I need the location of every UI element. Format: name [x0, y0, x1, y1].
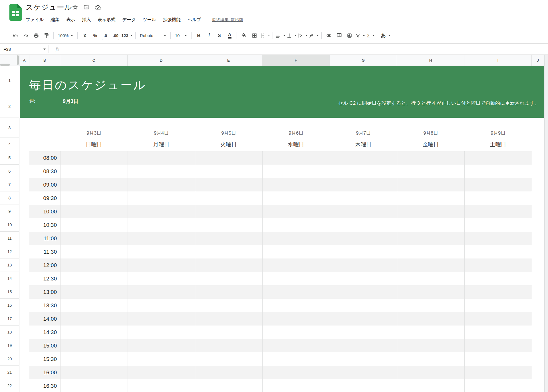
- column-header-E[interactable]: E: [195, 55, 262, 66]
- time-cell-B13[interactable]: 12:00: [29, 258, 60, 272]
- font-size-dropdown[interactable]: 10: [173, 31, 189, 41]
- row-header-2[interactable]: 2: [0, 95, 19, 118]
- insert-comment-button[interactable]: [334, 31, 344, 41]
- row-header-9[interactable]: 9: [0, 205, 19, 218]
- column-header-C[interactable]: C: [60, 55, 128, 66]
- text-rotation-dropdown[interactable]: [308, 31, 319, 41]
- number-format-dropdown[interactable]: 123: [121, 31, 133, 41]
- sheets-logo[interactable]: [9, 4, 22, 21]
- italic-button[interactable]: I: [204, 31, 214, 41]
- date-cell-E3[interactable]: 9月5日: [195, 118, 262, 138]
- time-cell-B16[interactable]: 13:30: [29, 299, 60, 312]
- row-header-4[interactable]: 4: [0, 138, 19, 151]
- menu-item-9[interactable]: ヘルプ: [184, 16, 205, 24]
- row-header-16[interactable]: 16: [0, 299, 19, 312]
- functions-dropdown[interactable]: Σ: [366, 31, 376, 41]
- row-header-11[interactable]: 11: [0, 232, 19, 245]
- undo-button[interactable]: [10, 31, 21, 41]
- time-cell-B12[interactable]: 11:30: [29, 245, 60, 258]
- document-title[interactable]: スケジュール: [26, 2, 72, 12]
- time-cell-B5[interactable]: 08:00: [29, 151, 60, 165]
- menu-item-1[interactable]: ファイル: [22, 16, 47, 24]
- column-header-J[interactable]: J: [532, 55, 544, 66]
- row-header-8[interactable]: 8: [0, 191, 19, 205]
- date-cell-C3[interactable]: 9月3日: [60, 118, 128, 138]
- column-header-B[interactable]: B: [29, 55, 60, 66]
- row-header-21[interactable]: 21: [0, 366, 19, 379]
- decrease-decimals-button[interactable]: .0: [100, 31, 110, 41]
- time-cell-B21[interactable]: 16:00: [29, 366, 60, 379]
- column-header-D[interactable]: D: [128, 55, 195, 66]
- date-cell-H3[interactable]: 9月8日: [397, 118, 464, 138]
- zoom-dropdown[interactable]: 100%: [56, 31, 75, 41]
- row-freeze-handle[interactable]: [0, 64, 10, 66]
- vertical-align-dropdown[interactable]: [286, 31, 297, 41]
- menu-item-3[interactable]: 表示: [63, 16, 78, 24]
- day-cell-H4[interactable]: 金曜日: [397, 138, 464, 151]
- row-header-17[interactable]: 17: [0, 312, 19, 326]
- star-icon[interactable]: [71, 3, 79, 11]
- time-cell-B9[interactable]: 10:00: [29, 205, 60, 218]
- input-tools-dropdown[interactable]: あ: [380, 31, 391, 41]
- row-header-10[interactable]: 10: [0, 218, 19, 232]
- time-cell-B20[interactable]: 15:30: [29, 352, 60, 366]
- vertical-scrollbar[interactable]: [544, 55, 548, 392]
- time-cell-B19[interactable]: 15:00: [29, 339, 60, 352]
- menu-item-6[interactable]: データ: [119, 16, 139, 24]
- print-button[interactable]: [31, 31, 41, 41]
- insert-link-button[interactable]: [324, 31, 334, 41]
- row-header-5[interactable]: 5: [0, 151, 19, 165]
- day-cell-F4[interactable]: 水曜日: [262, 138, 330, 151]
- row-header-12[interactable]: 12: [0, 245, 19, 258]
- menu-item-2[interactable]: 編集: [47, 16, 63, 24]
- time-cell-B8[interactable]: 09:30: [29, 191, 60, 205]
- row-header-1[interactable]: 1: [0, 66, 19, 95]
- menu-item-7[interactable]: ツール: [139, 16, 160, 24]
- day-cell-C4[interactable]: 日曜日: [60, 138, 128, 151]
- column-header-H[interactable]: H: [397, 55, 464, 66]
- column-header-G[interactable]: G: [330, 55, 397, 66]
- time-cell-B11[interactable]: 11:00: [29, 232, 60, 245]
- time-cell-B18[interactable]: 14:30: [29, 326, 60, 339]
- formula-input[interactable]: [66, 44, 548, 54]
- row-header-19[interactable]: 19: [0, 339, 19, 352]
- column-header-I[interactable]: I: [464, 55, 532, 66]
- filter-dropdown[interactable]: [354, 31, 366, 41]
- row-header-18[interactable]: 18: [0, 326, 19, 339]
- banner-cell[interactable]: 毎日のスケジュール 週: 9月3日 セル C2 に開始日を設定すると、行 3 と…: [20, 66, 544, 118]
- percent-format-button[interactable]: %: [90, 31, 100, 41]
- column-header-A[interactable]: A: [19, 55, 29, 66]
- menu-item-8[interactable]: 拡張機能: [160, 16, 184, 24]
- row-header-14[interactable]: 14: [0, 272, 19, 285]
- menu-item-5[interactable]: 表示形式: [94, 16, 119, 24]
- font-name-dropdown[interactable]: Roboto: [138, 31, 168, 41]
- row-header-6[interactable]: 6: [0, 165, 19, 178]
- borders-button[interactable]: [249, 31, 259, 41]
- horizontal-align-dropdown[interactable]: [275, 31, 286, 41]
- text-color-button[interactable]: A: [224, 31, 235, 41]
- date-cell-F3[interactable]: 9月6日: [262, 118, 330, 138]
- date-cell-I3[interactable]: 9月9日: [464, 118, 532, 138]
- column-freeze-handle[interactable]: [17, 55, 19, 65]
- increase-decimals-button[interactable]: .00: [110, 31, 121, 41]
- row-header-15[interactable]: 15: [0, 285, 19, 299]
- time-cell-B22[interactable]: 16:30: [29, 379, 60, 392]
- row-header-7[interactable]: 7: [0, 178, 19, 191]
- paint-format-button[interactable]: [41, 31, 51, 41]
- row-header-13[interactable]: 13: [0, 258, 19, 272]
- move-to-folder-icon[interactable]: [83, 3, 90, 11]
- column-header-F[interactable]: F: [262, 55, 330, 66]
- time-cell-B6[interactable]: 08:30: [29, 165, 60, 178]
- currency-format-button[interactable]: ¥: [80, 31, 90, 41]
- time-cell-B15[interactable]: 13:00: [29, 285, 60, 299]
- text-wrap-dropdown[interactable]: [297, 31, 308, 41]
- row-header-3[interactable]: 3: [0, 118, 19, 138]
- last-edit-link[interactable]: 最終編集: 数秒前: [212, 17, 243, 23]
- time-cell-B14[interactable]: 12:30: [29, 272, 60, 285]
- time-cell-B10[interactable]: 10:30: [29, 218, 60, 232]
- cloud-saved-icon[interactable]: [94, 3, 102, 11]
- row-header-20[interactable]: 20: [0, 352, 19, 366]
- select-all-corner[interactable]: [0, 55, 19, 66]
- time-cell-B17[interactable]: 14:00: [29, 312, 60, 326]
- day-cell-G4[interactable]: 木曜日: [330, 138, 397, 151]
